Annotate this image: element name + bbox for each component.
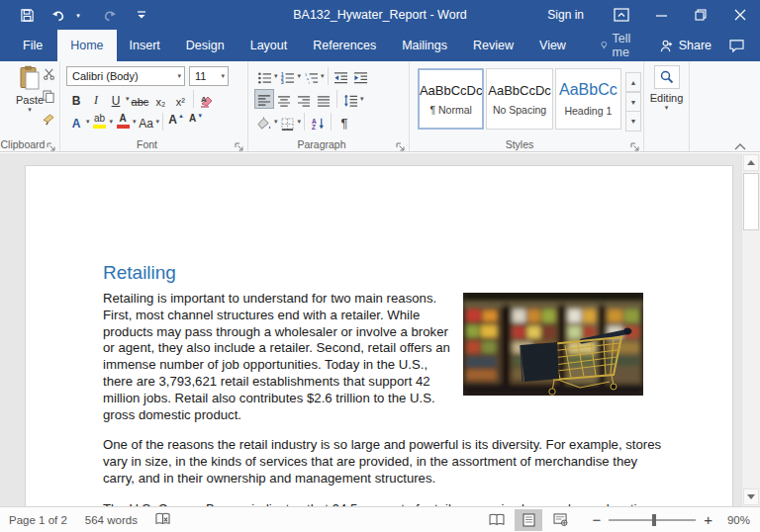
shrink-font-button[interactable]: A▼ [186,112,206,132]
font-size-combobox[interactable]: 11▾ [189,66,229,86]
borders-icon[interactable] [278,112,298,132]
underline-button[interactable]: U [106,89,126,109]
numbering-icon[interactable]: 123 [278,66,298,86]
save-icon[interactable] [18,6,36,24]
editing-dropdown-icon[interactable]: ▾ [665,104,669,111]
grow-font-button[interactable]: A▲ [166,112,186,132]
align-right-button[interactable] [294,89,314,109]
font-name-combobox[interactable]: Calibri (Body)▾ [66,66,185,86]
line-spacing-dropdown-icon[interactable]: ▾ [360,95,364,102]
paragraph-dialog-launcher-icon[interactable] [395,138,406,149]
quick-access-toolbar: ▾ [0,6,150,24]
tab-mailings[interactable]: Mailings [389,30,460,61]
read-mode-icon[interactable] [483,509,511,531]
decrease-indent-icon[interactable] [332,66,351,86]
change-case-button[interactable]: Aa [137,112,156,132]
show-hide-pilcrow-button[interactable]: ¶ [334,112,354,132]
paste-dropdown-icon[interactable]: ▾ [28,106,32,113]
style-heading-1[interactable]: AaBbCc Heading 1 [555,68,621,130]
italic-button[interactable]: I [86,89,106,109]
close-button[interactable] [720,0,760,30]
ribbon-tab-bar: File Home Insert Design Layout Reference… [0,30,760,61]
restore-button[interactable] [681,0,720,30]
tab-references[interactable]: References [300,30,389,61]
svg-text:Z: Z [311,124,315,131]
align-center-button[interactable] [274,89,294,109]
sign-in-link[interactable]: Sign in [529,8,602,22]
change-case-dropdown-icon[interactable]: ▾ [156,118,160,125]
web-layout-icon[interactable] [546,509,574,531]
styles-more-icon[interactable]: ▼ [625,112,641,132]
person-icon [660,40,673,52]
grocery-cart-photo[interactable] [463,293,643,396]
tab-layout[interactable]: Layout [238,30,301,61]
tab-review[interactable]: Review [460,30,526,61]
highlight-color-button[interactable]: ab [90,112,110,132]
title-bar: ▾ BA132_Hywater_Report - Word Sign in [0,0,760,30]
cut-icon[interactable] [43,66,55,84]
shading-icon[interactable] [254,112,274,132]
copy-icon[interactable] [43,89,55,107]
undo-dropdown-icon[interactable]: ▾ [69,6,87,24]
subscript-button[interactable]: x₂ [150,89,170,109]
scroll-up-icon[interactable] [743,154,759,171]
strikethrough-button[interactable]: abc [130,89,151,109]
format-painter-icon[interactable] [43,112,55,130]
zoom-in-button[interactable]: + [704,512,712,527]
zoom-out-button[interactable]: − [592,512,601,527]
print-layout-icon[interactable] [515,509,542,531]
increase-indent-icon[interactable] [351,66,371,86]
redo-icon[interactable] [101,6,119,24]
font-group: Calibri (Body)▾ 11▾ B I U ▾ abc x₂ x² A … [60,61,248,151]
zoom-percentage[interactable]: 90% [716,514,750,526]
style-no-spacing[interactable]: AaBbCcDc No Spacing [486,68,552,130]
undo-icon[interactable] [49,6,67,24]
customize-quick-access-icon[interactable] [133,6,150,24]
tab-insert[interactable]: Insert [117,30,173,61]
style-normal[interactable]: AaBbCcDc ¶ Normal [418,68,484,130]
document-page[interactable]: Retailing [25,165,733,506]
scrollbar-thumb[interactable] [743,173,759,230]
clear-formatting-button[interactable]: A [197,89,217,109]
tab-file[interactable]: File [8,30,57,61]
borders-dropdown-icon[interactable]: ▾ [298,118,302,125]
styles-dialog-launcher-icon[interactable] [629,138,640,149]
word-count[interactable]: 564 words [85,514,138,526]
proofing-status-icon[interactable] [155,512,170,528]
styles-scroll-down-icon[interactable]: ▼ [625,92,641,112]
tab-view[interactable]: View [526,30,579,61]
clipboard-dialog-launcher-icon[interactable] [46,138,56,149]
ribbon-display-options-icon[interactable] [602,0,641,30]
vertical-scrollbar[interactable] [741,153,760,506]
sort-icon[interactable]: AZ [308,112,328,132]
bullets-icon[interactable] [254,66,274,86]
zoom-slider[interactable] [609,519,696,521]
align-left-button[interactable] [254,89,274,109]
tab-home[interactable]: Home [57,30,116,61]
tell-me-box[interactable]: Tell me [589,30,648,61]
justify-button[interactable] [314,89,333,109]
font-dialog-launcher-icon[interactable] [234,138,244,149]
zoom-slider-thumb[interactable] [652,514,656,526]
ribbon: Paste ▾ Clipboard Calibri (Body)▾ 11▾ [0,61,760,152]
superscript-button[interactable]: x² [170,89,190,109]
editing-button[interactable]: Editing ▾ [648,65,686,111]
multilevel-dropdown-icon[interactable]: ▾ [321,72,325,79]
svg-text:3: 3 [281,80,284,85]
text-effects-button[interactable]: A [66,112,86,132]
comments-icon[interactable] [723,30,760,61]
svg-text:i: i [308,80,309,85]
collapse-ribbon-icon[interactable] [734,137,748,148]
line-spacing-icon[interactable] [340,89,360,109]
paragraph-group: ▾ 123 ▾ 1ai ▾ [248,61,410,151]
tab-design[interactable]: Design [173,30,238,61]
minimize-button[interactable] [641,0,681,30]
styles-scroll-up-icon[interactable]: ▲ [625,72,641,92]
bold-button[interactable]: B [66,89,86,109]
share-button[interactable]: Share [648,30,723,61]
page-indicator[interactable]: Page 1 of 2 [9,514,67,526]
document-paragraph-1: Retailing is important to understand for… [103,291,667,423]
multilevel-list-icon[interactable]: 1ai [301,66,321,86]
font-color-button[interactable]: A [113,112,133,132]
scroll-down-icon[interactable] [743,488,759,505]
